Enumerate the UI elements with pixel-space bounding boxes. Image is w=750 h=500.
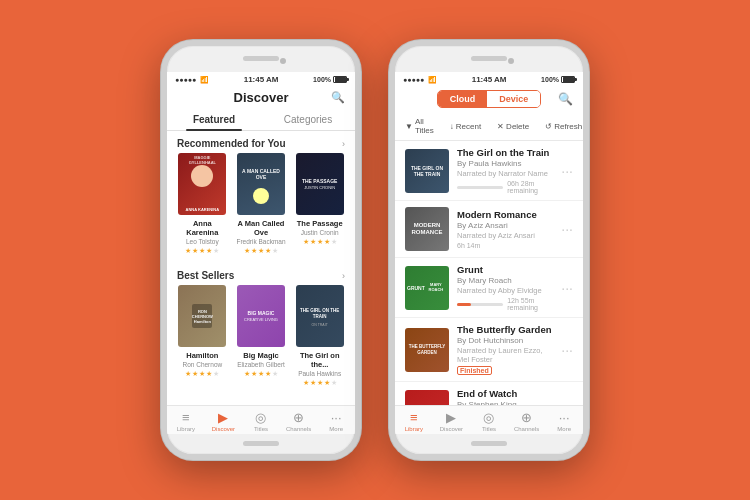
discover-tabs: Featured Categories <box>167 109 355 131</box>
finished-badge: Finished <box>457 366 492 375</box>
more-romance[interactable]: ··· <box>561 221 573 237</box>
title-endwatch: End of Watch <box>457 388 553 399</box>
book-info-grunt: Grunt By Mary Roach Narrated by Abby Elv… <box>457 264 553 311</box>
nav-library-1[interactable]: ≡ Library <box>167 410 205 432</box>
stars-karenina: ★ ★ ★ ★ ★ <box>185 247 219 255</box>
search-icon[interactable]: 🔍 <box>331 91 345 104</box>
channels-icon-1: ⊕ <box>293 410 304 425</box>
tab-categories[interactable]: Categories <box>261 109 355 130</box>
progress-text-grunt: 12h 55m remaining <box>507 297 553 311</box>
narrator-gott: Narrated by Narrator Name <box>457 169 553 178</box>
filter-icon-refresh: ↺ <box>545 122 552 131</box>
titles-icon-1: ◎ <box>255 410 266 425</box>
list-item-endwatch[interactable]: STEPHEN KINGEND OF WATCH End of Watch By… <box>395 382 583 405</box>
nav-label-channels-1: Channels <box>286 426 311 432</box>
nav-discover-2[interactable]: ▶ Discover <box>433 410 471 432</box>
nav-label-titles-1: Titles <box>254 426 268 432</box>
nav-titles-1[interactable]: ◎ Titles <box>242 410 280 432</box>
phone-library: ●●●●● 📶 11:45 AM 100% Cloud Device <box>389 40 589 460</box>
nav-label-more-2: More <box>557 426 571 432</box>
more-butterfly[interactable]: ··· <box>561 342 573 358</box>
cover-ove[interactable]: A MAN CALLED OVE <box>237 153 285 215</box>
book-author-bigmagic: Elizabeth Gilbert <box>237 361 285 368</box>
filter-icon-delete: ✕ <box>497 122 504 131</box>
titles-icon-2: ◎ <box>483 410 494 425</box>
cover-karenina[interactable]: MAGGIE GYLLENHAAL ANNA KARENINA <box>178 153 226 215</box>
search-icon-2[interactable]: 🔍 <box>558 92 573 106</box>
book-title-ove: A Man Called Ove <box>236 219 287 237</box>
nav-channels-1[interactable]: ⊕ Channels <box>280 410 318 432</box>
book-karenina: MAGGIE GYLLENHAAL ANNA KARENINA Anna Kar… <box>177 153 228 255</box>
progress-text-gott: 06h 28m remaining <box>507 180 553 194</box>
book-author-passage: Justin Cronin <box>301 229 339 236</box>
filter-delete[interactable]: ✕ Delete <box>497 122 529 131</box>
list-cover-butterfly: THE BUTTERFLY GARDEN <box>405 328 449 372</box>
progress-butterfly: Finished <box>457 366 553 375</box>
book-title-girltrain: The Girl on the... <box>294 351 345 369</box>
progress-bar-grunt <box>457 303 503 306</box>
book-girltrain: THE GIRL ON THE TRAIN ON TRAIT The Girl … <box>294 285 345 387</box>
book-title-karenina: Anna Karenina <box>177 219 228 237</box>
nav-label-library-1: Library <box>177 426 195 432</box>
battery-1: 100% <box>313 76 331 83</box>
more-grunt[interactable]: ··· <box>561 280 573 296</box>
cover-bigmagic[interactable]: BIG MAGICCREATIVE LIVING <box>237 285 285 347</box>
book-bigmagic: BIG MAGICCREATIVE LIVING Big Magic Eliza… <box>236 285 287 387</box>
list-item-gott[interactable]: THE GIRL ON THE TRAIN The Girl on the Tr… <box>395 141 583 201</box>
author-grunt: By Mary Roach <box>457 276 553 285</box>
cover-hamilton[interactable]: RON CHERNOWHamilton <box>178 285 226 347</box>
book-author-girltrain: Paula Hawkins <box>298 370 341 377</box>
time-1: 11:45 AM <box>244 75 279 84</box>
bestsellers-more[interactable]: › <box>342 271 345 281</box>
stars-ove: ★ ★ ★ ★ ★ <box>244 247 278 255</box>
narrator-romance: Narrated by Aziz Ansari <box>457 231 553 240</box>
book-info-romance: Modern Romance By Aziz Ansari Narrated b… <box>457 209 553 249</box>
bestsellers-header: Best Sellers › <box>167 263 355 285</box>
book-author-ove: Fredrik Backman <box>236 238 285 245</box>
filter-recent[interactable]: ↓ Recent <box>450 122 481 131</box>
library-filters: ▼ All Titles ↓ Recent ✕ Delete ↺ Refresh <box>395 112 583 141</box>
cover-girltrain[interactable]: THE GIRL ON THE TRAIN ON TRAIT <box>296 285 344 347</box>
book-passage: THE PASSAGEJUSTIN CRONIN The Passage Jus… <box>294 153 345 255</box>
book-title-bigmagic: Big Magic <box>243 351 278 360</box>
camera-dot-2 <box>508 58 514 64</box>
list-cover-endwatch: STEPHEN KINGEND OF WATCH <box>405 390 449 406</box>
filter-refresh[interactable]: ↺ Refresh <box>545 122 582 131</box>
discover-icon-2: ▶ <box>446 410 456 425</box>
nav-library-2[interactable]: ≡ Library <box>395 410 433 432</box>
book-list: THE GIRL ON THE TRAIN The Girl on the Tr… <box>395 141 583 405</box>
book-info-butterfly: The Butterfly Garden By Dot Hutchinson N… <box>457 324 553 375</box>
nav-channels-2[interactable]: ⊕ Channels <box>508 410 546 432</box>
nav-label-discover-2: Discover <box>440 426 463 432</box>
library-icon-2: ≡ <box>410 410 418 425</box>
nav-discover-1[interactable]: ▶ Discover <box>205 410 243 432</box>
stars-passage: ★ ★ ★ ★ ★ <box>303 238 337 246</box>
status-bar-1: ●●●●● 📶 11:45 AM 100% <box>167 72 355 86</box>
discover-icon-1: ▶ <box>218 410 228 425</box>
phone2-screen: ●●●●● 📶 11:45 AM 100% Cloud Device <box>395 72 583 434</box>
more-gott[interactable]: ··· <box>561 163 573 179</box>
filter-all-titles[interactable]: ▼ All Titles <box>405 117 434 135</box>
nav-more-2[interactable]: ··· More <box>545 410 583 432</box>
status-left-1: ●●●●● 📶 <box>175 76 209 84</box>
author-romance: By Aziz Ansari <box>457 221 553 230</box>
nav-label-more-1: More <box>329 426 343 432</box>
device-tab[interactable]: Device <box>487 91 540 107</box>
phone-discover: ●●●●● 📶 11:45 AM 100% Discover 🔍 Feature… <box>161 40 361 460</box>
list-item-grunt[interactable]: GRUNTMARY ROACH Grunt By Mary Roach Narr… <box>395 258 583 318</box>
recommended-header: Recommended for You › <box>167 131 355 153</box>
list-item-butterfly[interactable]: THE BUTTERFLY GARDEN The Butterfly Garde… <box>395 318 583 382</box>
book-title-passage: The Passage <box>297 219 343 228</box>
cloud-tab[interactable]: Cloud <box>438 91 488 107</box>
nav-titles-2[interactable]: ◎ Titles <box>470 410 508 432</box>
book-hamilton: RON CHERNOWHamilton Hamilton Ron Chernow… <box>177 285 228 387</box>
stars-bigmagic: ★ ★ ★ ★ ★ <box>244 370 278 378</box>
time-2: 11:45 AM <box>472 75 507 84</box>
cover-passage[interactable]: THE PASSAGEJUSTIN CRONIN <box>296 153 344 215</box>
battery-icon-1 <box>333 76 347 83</box>
list-item-romance[interactable]: MODERN ROMANCE Modern Romance By Aziz An… <box>395 201 583 258</box>
more-icon-2: ··· <box>559 410 570 425</box>
nav-more-1[interactable]: ··· More <box>317 410 355 432</box>
recommended-more[interactable]: › <box>342 139 345 149</box>
tab-featured[interactable]: Featured <box>167 109 261 130</box>
